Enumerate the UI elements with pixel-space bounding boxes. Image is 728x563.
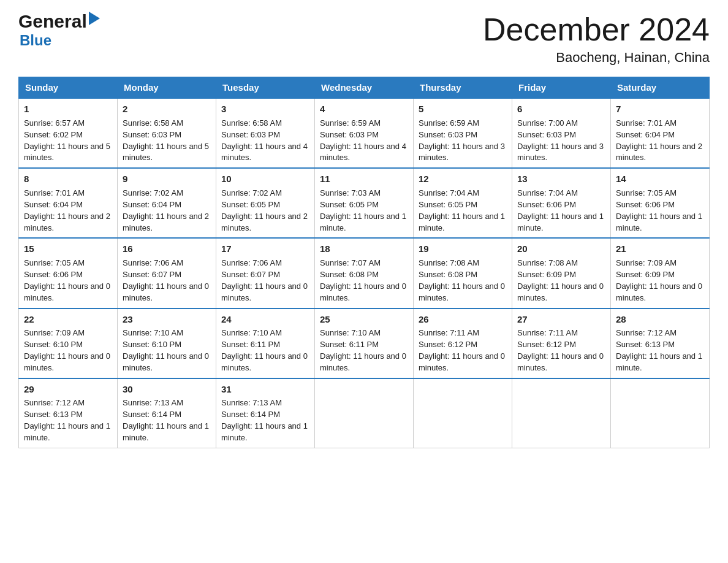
day-info: Sunrise: 7:02 AMSunset: 6:04 PMDaylight:… xyxy=(123,188,209,232)
calendar-day-cell: 22 Sunrise: 7:09 AMSunset: 6:10 PMDaylig… xyxy=(19,308,118,378)
day-number: 13 xyxy=(517,172,605,186)
day-number: 5 xyxy=(419,102,507,116)
header-thursday: Thursday xyxy=(414,77,512,99)
day-info: Sunrise: 7:06 AMSunset: 6:07 PMDaylight:… xyxy=(123,258,209,302)
day-info: Sunrise: 6:58 AMSunset: 6:03 PMDaylight:… xyxy=(221,118,308,163)
day-number: 21 xyxy=(616,242,704,256)
day-number: 3 xyxy=(221,102,309,116)
day-info: Sunrise: 6:59 AMSunset: 6:03 PMDaylight:… xyxy=(419,118,505,163)
day-number: 9 xyxy=(123,172,211,186)
day-info: Sunrise: 6:59 AMSunset: 6:03 PMDaylight:… xyxy=(320,118,406,163)
header-tuesday: Tuesday xyxy=(216,77,315,99)
calendar-day-cell: 10 Sunrise: 7:02 AMSunset: 6:05 PMDaylig… xyxy=(216,168,315,238)
header-monday: Monday xyxy=(118,77,216,99)
day-number: 30 xyxy=(123,383,211,396)
day-number: 29 xyxy=(24,383,112,396)
day-number: 23 xyxy=(123,313,211,326)
calendar-day-cell: 18 Sunrise: 7:07 AMSunset: 6:08 PMDaylig… xyxy=(315,238,414,308)
day-number: 14 xyxy=(616,172,704,186)
calendar-day-cell: 3 Sunrise: 6:58 AMSunset: 6:03 PMDayligh… xyxy=(216,98,315,168)
calendar-day-cell: 15 Sunrise: 7:05 AMSunset: 6:06 PMDaylig… xyxy=(19,238,118,308)
calendar-day-cell xyxy=(512,378,611,448)
week-row: 8 Sunrise: 7:01 AMSunset: 6:04 PMDayligh… xyxy=(19,168,710,238)
day-number: 8 xyxy=(24,172,112,186)
calendar-day-cell: 27 Sunrise: 7:11 AMSunset: 6:12 PMDaylig… xyxy=(512,308,611,378)
day-number: 4 xyxy=(320,102,408,116)
location-subtitle: Baocheng, Hainan, China xyxy=(483,50,710,66)
calendar-day-cell: 21 Sunrise: 7:09 AMSunset: 6:09 PMDaylig… xyxy=(611,238,710,308)
day-info: Sunrise: 7:11 AMSunset: 6:12 PMDaylight:… xyxy=(517,328,604,372)
day-info: Sunrise: 7:12 AMSunset: 6:13 PMDaylight:… xyxy=(616,328,702,372)
day-number: 10 xyxy=(221,172,309,186)
calendar-table: SundayMondayTuesdayWednesdayThursdayFrid… xyxy=(18,77,710,448)
month-title: December 2024 xyxy=(483,12,710,47)
day-number: 18 xyxy=(320,242,408,256)
day-number: 24 xyxy=(221,313,309,326)
calendar-day-cell: 30 Sunrise: 7:13 AMSunset: 6:14 PMDaylig… xyxy=(118,378,216,448)
calendar-day-cell: 20 Sunrise: 7:08 AMSunset: 6:09 PMDaylig… xyxy=(512,238,611,308)
week-row: 22 Sunrise: 7:09 AMSunset: 6:10 PMDaylig… xyxy=(19,308,710,378)
calendar-day-cell: 5 Sunrise: 6:59 AMSunset: 6:03 PMDayligh… xyxy=(414,98,512,168)
day-number: 7 xyxy=(616,102,704,116)
calendar-day-cell: 24 Sunrise: 7:10 AMSunset: 6:11 PMDaylig… xyxy=(216,308,315,378)
calendar-day-cell: 25 Sunrise: 7:10 AMSunset: 6:11 PMDaylig… xyxy=(315,308,414,378)
week-row: 1 Sunrise: 6:57 AMSunset: 6:02 PMDayligh… xyxy=(19,98,710,168)
calendar-day-cell: 2 Sunrise: 6:58 AMSunset: 6:03 PMDayligh… xyxy=(118,98,216,168)
calendar-day-cell: 4 Sunrise: 6:59 AMSunset: 6:03 PMDayligh… xyxy=(315,98,414,168)
calendar-day-cell: 17 Sunrise: 7:06 AMSunset: 6:07 PMDaylig… xyxy=(216,238,315,308)
calendar-day-cell: 16 Sunrise: 7:06 AMSunset: 6:07 PMDaylig… xyxy=(118,238,216,308)
week-row: 15 Sunrise: 7:05 AMSunset: 6:06 PMDaylig… xyxy=(19,238,710,308)
day-info: Sunrise: 6:57 AMSunset: 6:02 PMDaylight:… xyxy=(24,118,110,163)
header-sunday: Sunday xyxy=(19,77,118,99)
day-number: 19 xyxy=(419,242,507,256)
day-number: 1 xyxy=(24,102,112,116)
week-row: 29 Sunrise: 7:12 AMSunset: 6:13 PMDaylig… xyxy=(19,378,710,448)
calendar-day-cell: 31 Sunrise: 7:13 AMSunset: 6:14 PMDaylig… xyxy=(216,378,315,448)
day-number: 16 xyxy=(123,242,211,256)
svg-marker-0 xyxy=(89,12,100,25)
day-number: 27 xyxy=(517,313,605,326)
logo-general-text: General xyxy=(18,12,87,31)
calendar-day-cell: 7 Sunrise: 7:01 AMSunset: 6:04 PMDayligh… xyxy=(611,98,710,168)
day-number: 20 xyxy=(517,242,605,256)
day-number: 26 xyxy=(419,313,507,326)
title-block: December 2024 Baocheng, Hainan, China xyxy=(483,12,710,66)
day-info: Sunrise: 7:11 AMSunset: 6:12 PMDaylight:… xyxy=(419,328,505,372)
day-number: 12 xyxy=(419,172,507,186)
header-wednesday: Wednesday xyxy=(315,77,414,99)
day-info: Sunrise: 6:58 AMSunset: 6:03 PMDaylight:… xyxy=(123,118,209,163)
day-info: Sunrise: 7:09 AMSunset: 6:09 PMDaylight:… xyxy=(616,258,702,302)
day-number: 28 xyxy=(616,313,704,326)
day-info: Sunrise: 7:04 AMSunset: 6:06 PMDaylight:… xyxy=(517,188,604,232)
day-number: 6 xyxy=(517,102,605,116)
calendar-day-cell: 12 Sunrise: 7:04 AMSunset: 6:05 PMDaylig… xyxy=(414,168,512,238)
header-friday: Friday xyxy=(512,77,611,99)
calendar-day-cell: 23 Sunrise: 7:10 AMSunset: 6:10 PMDaylig… xyxy=(118,308,216,378)
day-info: Sunrise: 7:10 AMSunset: 6:11 PMDaylight:… xyxy=(221,328,308,372)
day-info: Sunrise: 7:05 AMSunset: 6:06 PMDaylight:… xyxy=(616,188,702,232)
day-info: Sunrise: 7:13 AMSunset: 6:14 PMDaylight:… xyxy=(221,398,308,442)
calendar-day-cell xyxy=(315,378,414,448)
day-info: Sunrise: 7:12 AMSunset: 6:13 PMDaylight:… xyxy=(24,398,110,442)
logo-blue-text: Blue xyxy=(20,32,51,49)
day-number: 31 xyxy=(221,383,309,396)
day-info: Sunrise: 7:00 AMSunset: 6:03 PMDaylight:… xyxy=(517,118,604,163)
calendar-day-cell: 19 Sunrise: 7:08 AMSunset: 6:08 PMDaylig… xyxy=(414,238,512,308)
day-number: 17 xyxy=(221,242,309,256)
day-info: Sunrise: 7:07 AMSunset: 6:08 PMDaylight:… xyxy=(320,258,406,302)
calendar-day-cell: 29 Sunrise: 7:12 AMSunset: 6:13 PMDaylig… xyxy=(19,378,118,448)
calendar-day-cell: 9 Sunrise: 7:02 AMSunset: 6:04 PMDayligh… xyxy=(118,168,216,238)
day-info: Sunrise: 7:08 AMSunset: 6:08 PMDaylight:… xyxy=(419,258,505,302)
day-number: 11 xyxy=(320,172,408,186)
day-number: 2 xyxy=(123,102,211,116)
header-saturday: Saturday xyxy=(611,77,710,99)
logo: General Blue xyxy=(18,12,100,49)
day-info: Sunrise: 7:01 AMSunset: 6:04 PMDaylight:… xyxy=(616,118,702,163)
day-info: Sunrise: 7:04 AMSunset: 6:05 PMDaylight:… xyxy=(419,188,505,232)
day-info: Sunrise: 7:03 AMSunset: 6:05 PMDaylight:… xyxy=(320,188,406,232)
calendar-day-cell: 26 Sunrise: 7:11 AMSunset: 6:12 PMDaylig… xyxy=(414,308,512,378)
day-info: Sunrise: 7:01 AMSunset: 6:04 PMDaylight:… xyxy=(24,188,110,232)
day-number: 22 xyxy=(24,313,112,326)
day-info: Sunrise: 7:10 AMSunset: 6:11 PMDaylight:… xyxy=(320,328,406,372)
logo-arrow-icon xyxy=(89,12,100,28)
